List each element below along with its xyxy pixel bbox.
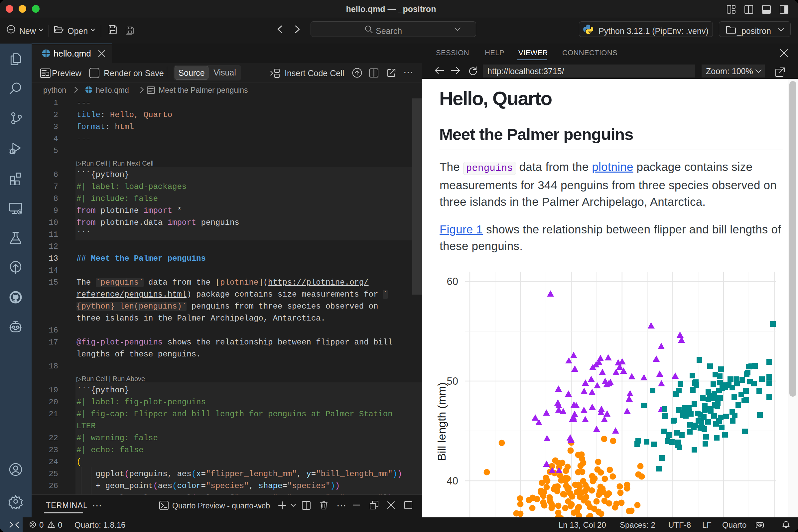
svg-text:40: 40 bbox=[447, 475, 458, 487]
svg-text:60: 60 bbox=[447, 276, 458, 287]
svg-text:Bill length (mm): Bill length (mm) bbox=[435, 382, 448, 461]
svg-text:50: 50 bbox=[447, 375, 458, 387]
